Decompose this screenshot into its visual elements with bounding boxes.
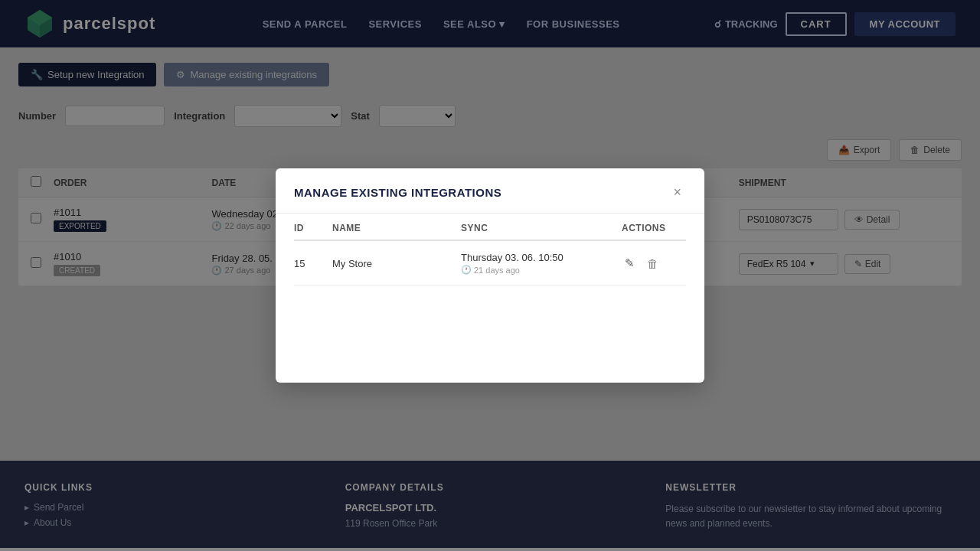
- modal-body: ID Name Sync Actions 15 My Store Thursda…: [276, 214, 704, 305]
- modal-table-header: ID Name Sync Actions: [294, 214, 686, 241]
- integration-name: My Store: [332, 258, 461, 269]
- modal-close-button[interactable]: ×: [668, 184, 686, 201]
- action-buttons: ✎ 🗑: [622, 255, 686, 272]
- modal-header: MANAGE EXISTING INTEGRATIONS ×: [276, 168, 704, 214]
- clock-icon-modal: 🕐: [461, 265, 472, 275]
- integration-actions: ✎ 🗑: [622, 255, 686, 272]
- modal-overlay[interactable]: MANAGE EXISTING INTEGRATIONS × ID Name S…: [0, 0, 980, 551]
- edit-integration-button[interactable]: ✎: [622, 255, 638, 272]
- modal-id-header: ID: [294, 223, 332, 233]
- integration-id: 15: [294, 258, 332, 269]
- integration-sync: Thursday 03. 06. 10:50 🕐 21 days ago: [461, 252, 622, 275]
- modal-title: MANAGE EXISTING INTEGRATIONS: [294, 186, 501, 199]
- delete-integration-button[interactable]: 🗑: [644, 255, 662, 272]
- manage-integrations-modal: MANAGE EXISTING INTEGRATIONS × ID Name S…: [276, 168, 704, 383]
- modal-actions-header: Actions: [622, 223, 686, 233]
- modal-name-header: Name: [332, 223, 461, 233]
- sync-ago: 🕐 21 days ago: [461, 265, 622, 275]
- modal-sync-header: Sync: [461, 223, 622, 233]
- modal-table-row: 15 My Store Thursday 03. 06. 10:50 🕐 21 …: [294, 241, 686, 286]
